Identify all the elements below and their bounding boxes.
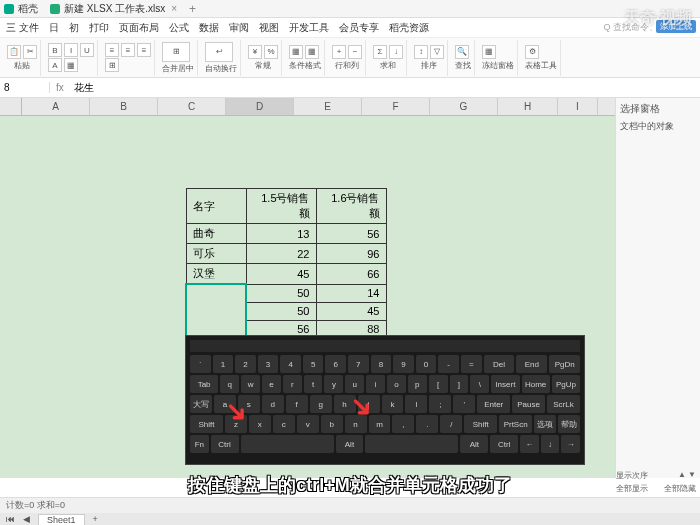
key-t[interactable]: t	[304, 375, 323, 393]
key-PgUp[interactable]: PgUp	[552, 375, 580, 393]
fx-icon[interactable]: fx	[50, 82, 70, 93]
app-tab[interactable]: 稻壳	[4, 2, 38, 16]
header-name[interactable]: 名字	[186, 189, 246, 224]
menu-9[interactable]: 开发工具	[289, 21, 329, 35]
find-button[interactable]: 🔍	[455, 45, 469, 59]
col-F[interactable]: F	[362, 98, 430, 115]
col-E[interactable]: E	[294, 98, 362, 115]
doc-tab[interactable]: 新建 XLSX 工作表.xlsx	[50, 2, 165, 16]
menu-8[interactable]: 视图	[259, 21, 279, 35]
menu-10[interactable]: 会员专享	[339, 21, 379, 35]
key-3[interactable]: 3	[258, 355, 279, 373]
key-k[interactable]: k	[382, 395, 404, 413]
key-→[interactable]: →	[561, 435, 580, 453]
menu-4[interactable]: 页面布局	[119, 21, 159, 35]
key--[interactable]: -	[438, 355, 459, 373]
key-/[interactable]: /	[440, 415, 462, 433]
key-2[interactable]: 2	[235, 355, 256, 373]
key-space[interactable]	[365, 435, 458, 453]
key-Insert[interactable]: Insert	[491, 375, 519, 393]
wrap-button[interactable]: ↩	[205, 42, 233, 62]
sheet-tab[interactable]: Sheet1	[38, 514, 85, 525]
key-Enter[interactable]: Enter	[477, 395, 510, 413]
cond-format-button[interactable]: ▦	[289, 45, 303, 59]
first-sheet-button[interactable]: ⏮	[6, 514, 15, 524]
key-q[interactable]: q	[220, 375, 239, 393]
italic-button[interactable]: I	[64, 43, 78, 57]
key-\[interactable]: \	[470, 375, 489, 393]
key-v[interactable]: v	[297, 415, 319, 433]
align-center-button[interactable]: ≡	[121, 43, 135, 57]
menu-3[interactable]: 打印	[89, 21, 109, 35]
key-g[interactable]: g	[310, 395, 332, 413]
key-Del[interactable]: Del	[484, 355, 515, 373]
key-Shift[interactable]: Shift	[190, 415, 223, 433]
menu-7[interactable]: 审阅	[229, 21, 249, 35]
sort-button[interactable]: ↕	[414, 45, 428, 59]
key-0[interactable]: 0	[416, 355, 437, 373]
freeze-button[interactable]: ▦	[482, 45, 496, 59]
key-帮助[interactable]: 帮助	[558, 415, 580, 433]
key-9[interactable]: 9	[393, 355, 414, 373]
key-7[interactable]: 7	[348, 355, 369, 373]
table-format-button[interactable]: ▦	[305, 45, 319, 59]
key-space[interactable]	[241, 435, 334, 453]
key-8[interactable]: 8	[371, 355, 392, 373]
bold-button[interactable]: B	[48, 43, 62, 57]
key-[[interactable]: [	[429, 375, 448, 393]
new-tab-button[interactable]: +	[189, 2, 196, 16]
percent-button[interactable]: %	[264, 45, 278, 59]
key-Ctrl[interactable]: Ctrl	[490, 435, 518, 453]
paste-button[interactable]: 📋	[7, 45, 21, 59]
menu-11[interactable]: 稻壳资源	[389, 21, 429, 35]
currency-button[interactable]: ¥	[248, 45, 262, 59]
align-left-button[interactable]: ≡	[105, 43, 119, 57]
key-x[interactable]: x	[249, 415, 271, 433]
sum-button[interactable]: Σ	[373, 45, 387, 59]
menu-5[interactable]: 公式	[169, 21, 189, 35]
key-r[interactable]: r	[283, 375, 302, 393]
key-l[interactable]: l	[405, 395, 427, 413]
delete-button[interactable]: −	[348, 45, 362, 59]
col-G[interactable]: G	[430, 98, 498, 115]
filter-button[interactable]: ▽	[430, 45, 444, 59]
key-o[interactable]: o	[387, 375, 406, 393]
merge-button[interactable]: ⊞	[105, 58, 119, 72]
header-v2[interactable]: 1.6号销售额	[316, 189, 386, 224]
merge-center-button[interactable]: ⊞	[162, 42, 190, 62]
key-↓[interactable]: ↓	[541, 435, 560, 453]
key-1[interactable]: 1	[213, 355, 234, 373]
key-,[interactable]: ,	[392, 415, 414, 433]
key-5[interactable]: 5	[303, 355, 324, 373]
key-PrtScn[interactable]: PrtScn	[499, 415, 532, 433]
key-m[interactable]: m	[369, 415, 391, 433]
fill-color-button[interactable]: ▦	[64, 58, 78, 72]
key-Alt[interactable]: Alt	[336, 435, 364, 453]
insert-button[interactable]: +	[332, 45, 346, 59]
tools-button[interactable]: ⚙	[525, 45, 539, 59]
key-y[interactable]: y	[324, 375, 343, 393]
menu-file[interactable]: 三 文件	[6, 21, 39, 35]
col-D[interactable]: D	[226, 98, 294, 115]
key-End[interactable]: End	[516, 355, 547, 373]
key-c[interactable]: c	[273, 415, 295, 433]
key-b[interactable]: b	[321, 415, 343, 433]
key-;[interactable]: ;	[429, 395, 451, 413]
key-f[interactable]: f	[286, 395, 308, 413]
key-d[interactable]: d	[262, 395, 284, 413]
name-box[interactable]: 8	[0, 82, 50, 93]
prev-sheet-button[interactable]: ◀	[23, 514, 30, 524]
col-B[interactable]: B	[90, 98, 158, 115]
cut-button[interactable]: ✂	[23, 45, 37, 59]
corner-cell[interactable]	[0, 98, 22, 115]
col-A[interactable]: A	[22, 98, 90, 115]
col-H[interactable]: H	[498, 98, 558, 115]
key-][interactable]: ]	[450, 375, 469, 393]
key-=[interactable]: =	[461, 355, 482, 373]
add-sheet-button[interactable]: +	[93, 514, 98, 524]
key-ScrLk[interactable]: ScrLk	[547, 395, 580, 413]
key-Pause[interactable]: Pause	[512, 395, 545, 413]
menu-1[interactable]: 日	[49, 21, 59, 35]
key-Alt[interactable]: Alt	[460, 435, 488, 453]
align-right-button[interactable]: ≡	[137, 43, 151, 57]
